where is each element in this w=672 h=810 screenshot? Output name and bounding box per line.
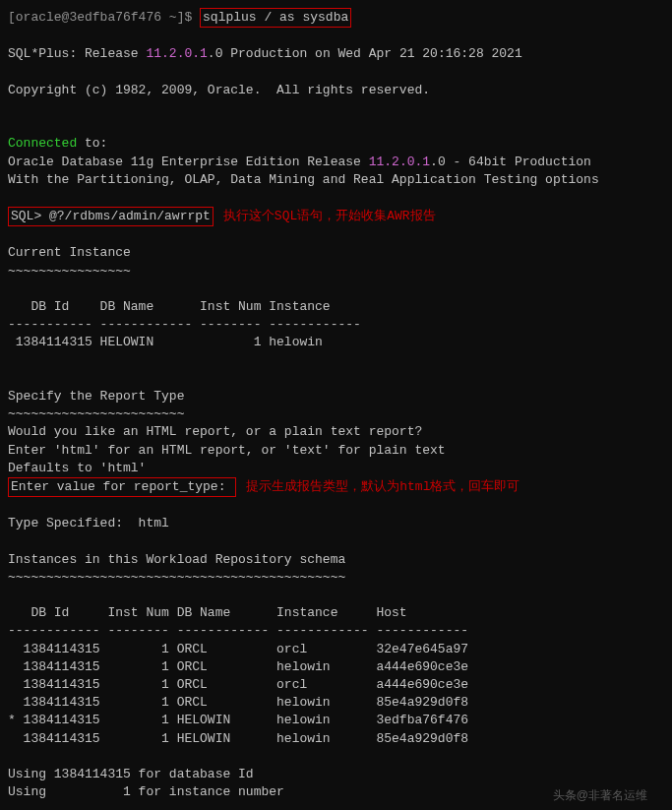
release-post: .0 Production on Wed Apr 21 20:16:28 202… — [208, 46, 522, 61]
shell-command-line: [oracle@3edfba76f476 ~]$ sqlplus / as sy… — [8, 8, 664, 28]
copyright-line: Copyright (c) 1982, 2009, Oracle. All ri… — [8, 82, 664, 99]
table2-row: * 1384114315 1 HELOWIN helowin 3edfba76f… — [8, 712, 664, 729]
rt-question1: Would you like an HTML report, or a plai… — [8, 423, 664, 441]
command-sqlplus: sqlplus / as sysdba — [200, 8, 351, 28]
blank-line — [8, 99, 664, 117]
rt-question2: Enter 'html' for an HTML report, or 'tex… — [8, 442, 664, 460]
tilde-sep: ~~~~~~~~~~~~~~~~~~~~~~~~~~~~~~~~~~~~~~~~… — [8, 569, 664, 587]
table2-header: DB Id Inst Num DB Name Instance Host — [8, 604, 664, 622]
blank-line — [8, 352, 664, 370]
blank-line — [8, 532, 664, 550]
table2-row: 1384114315 1 ORCL helowin a444e690ce3e — [8, 658, 664, 676]
tilde-sep: ~~~~~~~~~~~~~~~~~~~~~~~ — [8, 405, 664, 423]
connected-word: Connected — [8, 136, 77, 151]
current-instance-hdr: Current Instance — [8, 244, 664, 262]
table2-row: 1384114315 1 HELOWIN helowin 85e4a929d0f… — [8, 730, 664, 748]
annotation-2: 提示生成报告类型，默认为html格式，回车即可 — [246, 478, 519, 496]
instances-header: Instances in this Workload Repository sc… — [8, 551, 664, 569]
annotation-1: 执行这个SQL语句，开始收集AWR报告 — [223, 208, 436, 225]
specify-report-type: Specify the Report Type — [8, 388, 664, 405]
blank-line — [8, 370, 664, 388]
db-line2: With the Partitioning, OLAP, Data Mining… — [8, 171, 664, 189]
sql-command-line: SQL> @?/rdbms/admin/awrrpt 执行这个SQL语句，开始收… — [8, 207, 664, 226]
db-line1-ver: 11.2.0.1 — [369, 155, 430, 169]
using-dbid: Using 1384114315 for database Id — [8, 766, 664, 783]
release-version: 11.2.0.1 — [146, 46, 207, 61]
blank-line — [8, 226, 664, 244]
table2-row: 1384114315 1 ORCL helowin 85e4a929d0f8 — [8, 694, 664, 712]
sql-awrrpt-command: SQL> @?/rdbms/admin/awrrpt — [8, 207, 214, 226]
blank-line — [8, 189, 664, 207]
blank-line — [8, 28, 664, 45]
connected-to: to: — [77, 136, 107, 151]
rt-question3: Defaults to 'html' — [8, 460, 664, 477]
connected-line: Connected to: — [8, 135, 664, 153]
shell-prompt: [oracle@3edfba76f476 ~]$ — [8, 9, 200, 27]
type-specified: Type Specified: html — [8, 515, 664, 532]
db-line1-post: .0 - 64bit Production — [430, 155, 591, 169]
blank-line — [8, 64, 664, 82]
enter-report-type[interactable]: Enter value for report_type: — [8, 477, 236, 497]
sql-prompt: SQL> — [11, 209, 49, 223]
blank-line — [8, 497, 664, 515]
table2-sep: ------------ -------- ------------ -----… — [8, 622, 664, 640]
blank-line — [8, 587, 664, 604]
blank-line — [8, 748, 664, 766]
db-line1: Oracle Database 11g Enterprise Edition R… — [8, 154, 664, 171]
release-line: SQL*Plus: Release 11.2.0.1.0 Production … — [8, 45, 664, 63]
db-line1-pre: Oracle Database 11g Enterprise Edition R… — [8, 155, 369, 169]
blank-line — [8, 117, 664, 135]
tilde-sep: ~~~~~~~~~~~~~~~~ — [8, 263, 664, 280]
watermark-text: 头条@非著名运维 — [553, 787, 647, 804]
awrrpt-cmd: @?/rdbms/admin/awrrpt — [49, 209, 211, 223]
release-pre: SQL*Plus: Release — [8, 46, 146, 61]
table1-sep: ----------- ------------ -------- ------… — [8, 316, 664, 334]
table1-header: DB Id DB Name Inst Num Instance — [8, 298, 664, 316]
table2-row: 1384114315 1 ORCL orcl a444e690ce3e — [8, 676, 664, 694]
table1-row: 1384114315 HELOWIN 1 helowin — [8, 334, 664, 351]
blank-line — [8, 280, 664, 298]
table2-row: 1384114315 1 ORCL orcl 32e47e645a97 — [8, 641, 664, 658]
report-type-prompt-line: Enter value for report_type: 提示生成报告类型，默认… — [8, 477, 664, 497]
